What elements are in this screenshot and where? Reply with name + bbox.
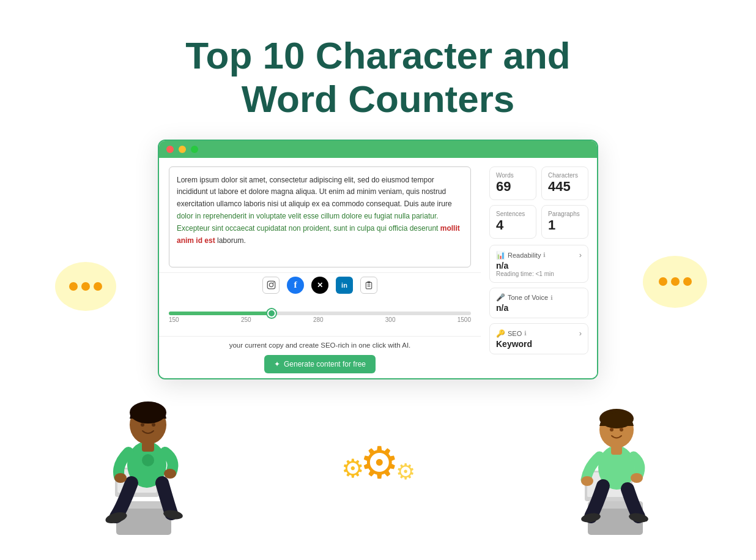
editor-text-green: dolor in reprehenderit in voluptate veli…: [177, 212, 440, 233]
words-label: Words: [496, 172, 530, 179]
readability-info-icon: ℹ: [543, 252, 546, 258]
browser-window: Lorem ipsum dolor sit amet, consectetur …: [158, 140, 598, 379]
character-right: [566, 364, 673, 537]
seo-card[interactable]: 🔑 SEO ℹ › Keyword: [489, 323, 588, 354]
character-left-svg: [98, 351, 205, 535]
window-dot-red[interactable]: [166, 146, 174, 153]
slider-label-280: 280: [313, 316, 324, 323]
readability-label: Readability: [508, 252, 541, 259]
slider-labels: 150 250 280 300 1500: [169, 316, 471, 323]
seo-icon: 🔑: [496, 329, 505, 338]
browser-titlebar: [159, 141, 597, 158]
paragraphs-label: Paragraphs: [548, 211, 582, 217]
svg-rect-0: [267, 281, 275, 289]
readability-icon: 📊: [496, 251, 505, 259]
twitter-x-icon[interactable]: ✕: [311, 277, 328, 294]
seo-label: SEO: [508, 330, 522, 337]
stats-panel: Words 69 Characters 445 Sentences 4 Para…: [481, 158, 597, 378]
speech-bubble-right: [643, 256, 707, 308]
readability-title-row: 📊 Readability ℹ: [496, 251, 546, 259]
svg-point-19: [142, 454, 154, 466]
gear-icons: ⚙ ⚙ ⚙: [341, 437, 415, 488]
characters-value: 445: [548, 179, 582, 195]
tone-title-row: 🎤 Tone of Voice ℹ: [496, 293, 553, 302]
readability-chevron: ›: [579, 250, 582, 259]
seo-chevron: ›: [579, 329, 582, 338]
slider-label-1500: 1500: [458, 316, 471, 323]
readability-header: 📊 Readability ℹ ›: [496, 250, 582, 259]
sentences-value: 4: [496, 217, 530, 233]
svg-point-16: [141, 423, 144, 427]
paragraphs-value: 1: [548, 217, 582, 233]
svg-rect-18: [142, 442, 154, 452]
editor-text-normal: Lorem ipsum dolor sit amet, consectetur …: [177, 176, 452, 209]
readability-card[interactable]: 📊 Readability ℹ › n/a Reading time: <1 m…: [489, 245, 588, 283]
tone-icon: 🎤: [496, 293, 505, 302]
slider-label-300: 300: [385, 316, 396, 323]
character-right-svg: [566, 364, 673, 535]
sentences-label: Sentences: [496, 211, 530, 217]
page-title: Top 10 Character and Word Counters: [0, 34, 756, 121]
window-dot-green[interactable]: [191, 146, 198, 153]
cta-bar: your current copy and create SEO-rich in…: [159, 336, 481, 378]
editor-section: Lorem ipsum dolor sit amet, consectetur …: [159, 158, 481, 378]
svg-point-32: [620, 428, 623, 431]
words-stat: Words 69: [489, 166, 536, 200]
slider-label-250: 250: [241, 316, 251, 323]
gear-large: ⚙: [360, 437, 399, 488]
slider-label-150: 150: [169, 316, 179, 323]
page-title-section: Top 10 Character and Word Counters: [0, 0, 756, 140]
slider-thumb[interactable]: [267, 309, 276, 318]
svg-point-2: [273, 282, 274, 283]
characters-label: Characters: [548, 172, 582, 179]
character-left: [98, 351, 205, 537]
linkedin-icon[interactable]: in: [336, 277, 353, 294]
svg-point-20: [114, 473, 127, 483]
generate-label: Generate content for free: [284, 360, 366, 368]
characters-stat: Characters 445: [541, 166, 588, 200]
tone-value: n/a: [496, 303, 582, 313]
tone-info-icon: ℹ: [550, 294, 553, 301]
cta-text: your current copy and create SEO-rich in…: [229, 342, 411, 349]
svg-rect-33: [611, 446, 622, 455]
tone-label: Tone of Voice: [508, 294, 548, 301]
clipboard-icon[interactable]: [360, 277, 377, 294]
instagram-icon[interactable]: [262, 277, 280, 294]
seo-value: Keyword: [496, 339, 582, 349]
editor-text-end: laborum.: [215, 236, 246, 245]
svg-point-34: [581, 476, 593, 486]
text-editor[interactable]: Lorem ipsum dolor sit amet, consectetur …: [169, 166, 471, 267]
gear-small-right: ⚙: [396, 459, 415, 485]
slider-row: 150 250 280 300 1500: [159, 305, 481, 336]
social-icons-group: f ✕ in: [262, 277, 377, 294]
browser-body: Lorem ipsum dolor sit amet, consectetur …: [159, 158, 597, 378]
seo-title-row: 🔑 SEO ℹ: [496, 329, 527, 338]
tone-header: 🎤 Tone of Voice ℹ: [496, 293, 582, 302]
facebook-icon[interactable]: f: [287, 277, 304, 294]
sentences-stat: Sentences 4: [489, 205, 536, 239]
svg-point-21: [164, 469, 176, 479]
tone-of-voice-card[interactable]: 🎤 Tone of Voice ℹ n/a: [489, 288, 588, 318]
social-bar: f ✕ in: [159, 272, 481, 306]
stats-grid: Words 69 Characters 445 Sentences 4 Para…: [489, 166, 588, 239]
seo-header: 🔑 SEO ℹ ›: [496, 329, 582, 338]
svg-point-17: [152, 423, 155, 427]
words-value: 69: [496, 179, 530, 195]
svg-point-31: [610, 428, 613, 431]
paragraphs-stat: Paragraphs 1: [541, 205, 588, 239]
seo-info-icon: ℹ: [524, 330, 527, 337]
editor-row: Lorem ipsum dolor sit amet, consectetur …: [159, 158, 481, 272]
slider-fill: [169, 312, 272, 315]
readability-value: n/a: [496, 261, 582, 271]
generate-button[interactable]: ✦ Generate content for free: [264, 355, 376, 373]
readability-subtext: Reading time: <1 min: [496, 271, 582, 277]
svg-point-1: [269, 283, 273, 286]
speech-bubble-left: [55, 262, 116, 311]
generate-icon: ✦: [274, 360, 280, 368]
window-dot-yellow[interactable]: [179, 146, 186, 153]
svg-point-35: [631, 473, 643, 483]
illustration-area: Lorem ipsum dolor sit amet, consectetur …: [0, 140, 756, 556]
